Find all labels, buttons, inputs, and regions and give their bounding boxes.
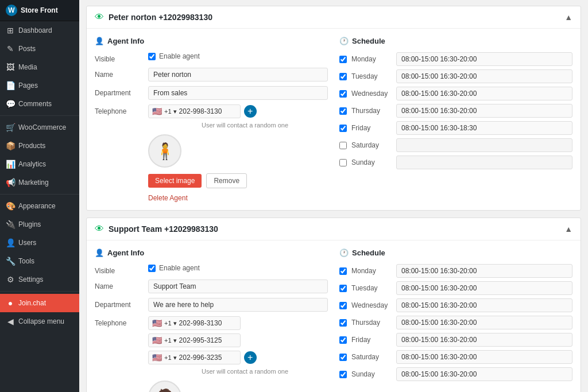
sidebar-item-plugins[interactable]: 🔌 Plugins — [0, 215, 79, 234]
sidebar-item-media[interactable]: 🖼 Media — [0, 58, 79, 76]
wednesday-label-support: Wednesday — [351, 301, 392, 309]
name-input-support[interactable] — [148, 280, 328, 293]
select-image-button-peter[interactable]: Select image — [148, 174, 202, 188]
sidebar-item-appearance[interactable]: 🎨 Appearance — [0, 197, 79, 215]
collapse-button-peter[interactable]: ▲ — [564, 13, 572, 22]
sidebar-item-users[interactable]: 👤 Users — [0, 234, 79, 252]
thursday-checkbox-peter[interactable] — [339, 107, 347, 115]
wednesday-time-support[interactable] — [396, 298, 572, 312]
tuesday-checkbox-peter[interactable] — [339, 73, 347, 80]
monday-time-support[interactable] — [396, 264, 572, 278]
tuesday-label-support: Tuesday — [351, 284, 392, 292]
plugins-icon: 🔌 — [6, 220, 15, 229]
wednesday-checkbox-peter[interactable] — [339, 90, 347, 98]
sidebar-divider-3 — [0, 291, 79, 292]
phone-number-1-peter[interactable] — [179, 107, 237, 115]
sidebar-label-marketing: Marketing — [18, 178, 49, 187]
wednesday-label-peter: Wednesday — [351, 90, 392, 98]
schedule-row-sunday-peter: Sunday — [339, 156, 572, 169]
sidebar-item-tools[interactable]: 🔧 Tools — [0, 252, 79, 270]
sunday-time-peter[interactable] — [396, 156, 572, 169]
random-note-support: User will contact a random one — [202, 368, 288, 375]
friday-checkbox-peter[interactable] — [339, 125, 347, 132]
analytics-icon: 📊 — [6, 160, 15, 169]
friday-time-peter[interactable] — [396, 121, 572, 135]
sidebar-label-settings: Settings — [18, 275, 43, 284]
sidebar-item-comments[interactable]: 💬 Comments — [0, 95, 79, 113]
wednesday-checkbox-support[interactable] — [339, 302, 347, 309]
sidebar-item-products[interactable]: 📦 Products — [0, 137, 79, 155]
sidebar-item-dashboard[interactable]: ⊞ Dashboard — [0, 21, 79, 40]
agent-card-support-team: 👁 Support Team +12029983130 ▲ 👤 Agent In… — [86, 218, 581, 392]
person-icon-support: 👤 — [95, 249, 104, 257]
thursday-time-peter[interactable] — [396, 104, 572, 118]
tuesday-checkbox-support[interactable] — [339, 285, 347, 292]
add-phone-button-peter[interactable]: + — [244, 105, 257, 118]
tuesday-time-support[interactable] — [396, 281, 572, 295]
thursday-time-support[interactable] — [396, 316, 572, 329]
sidebar-item-analytics[interactable]: 📊 Analytics — [0, 155, 79, 173]
monday-label-peter: Monday — [351, 55, 392, 63]
posts-icon: ✎ — [6, 44, 15, 53]
site-header: W Store Front — [0, 0, 79, 21]
phone-number-1-support[interactable] — [179, 319, 237, 327]
sidebar-item-collapse[interactable]: ◀ Collapse menu — [0, 312, 79, 331]
sunday-checkbox-peter[interactable] — [339, 159, 347, 166]
tuesday-time-peter[interactable] — [396, 69, 572, 83]
users-icon: 👤 — [6, 238, 15, 247]
sunday-checkbox-support[interactable] — [339, 371, 347, 378]
sidebar-item-woocommerce[interactable]: 🛒 WooCommerce — [0, 118, 79, 137]
friday-time-support[interactable] — [396, 333, 572, 347]
products-icon: 📦 — [6, 141, 15, 150]
main-content: 👁 Peter norton +12029983130 ▲ 👤 Agent In… — [79, 0, 588, 392]
remove-button-peter[interactable]: Remove — [206, 173, 247, 188]
country-code-2-support: +1 ▾ — [164, 337, 177, 344]
telephone-label-support: Telephone — [95, 316, 144, 327]
sidebar-label-media: Media — [18, 63, 37, 71]
saturday-checkbox-support[interactable] — [339, 354, 347, 361]
sidebar-divider-2 — [0, 194, 79, 195]
friday-checkbox-support[interactable] — [339, 336, 347, 344]
sidebar-item-marketing[interactable]: 📢 Marketing — [0, 173, 79, 192]
thursday-label-support: Thursday — [351, 319, 392, 327]
visible-label-support: Visible — [95, 264, 144, 275]
phone-number-2-support[interactable] — [179, 336, 237, 344]
monday-checkbox-support[interactable] — [339, 267, 347, 275]
phone-flag-input-1-support: 🇺🇸 +1 ▾ — [148, 316, 241, 330]
agent-avatar-peter: 🧍 — [148, 134, 181, 168]
schedule-row-monday-peter: Monday — [339, 52, 572, 66]
wednesday-time-peter[interactable] — [396, 87, 572, 100]
telephone-label-peter: Telephone — [95, 104, 144, 115]
thursday-checkbox-support[interactable] — [339, 319, 347, 327]
enable-agent-checkbox-support[interactable] — [148, 265, 156, 272]
collapse-button-support[interactable]: ▲ — [564, 224, 572, 234]
saturday-time-support[interactable] — [396, 350, 572, 364]
department-input-peter[interactable] — [148, 86, 328, 100]
sidebar-item-settings[interactable]: ⚙ Settings — [0, 270, 79, 289]
agent-card-header-support: 👁 Support Team +12029983130 ▲ — [87, 218, 581, 240]
saturday-checkbox-peter[interactable] — [339, 142, 347, 149]
delete-agent-link-peter[interactable]: Delete Agent — [148, 194, 188, 202]
saturday-time-peter[interactable] — [396, 138, 572, 152]
phone-fields-support: 🇺🇸 +1 ▾ 🇺🇸 +1 ▾ — [148, 316, 288, 375]
monday-checkbox-peter[interactable] — [339, 56, 347, 63]
department-input-support[interactable] — [148, 298, 328, 312]
agent-info-panel-peter: 👤 Agent Info Visible Enable agent Name D… — [95, 37, 328, 202]
phone-flag-input-3-support: 🇺🇸 +1 ▾ — [148, 351, 241, 364]
monday-time-peter[interactable] — [396, 52, 572, 66]
country-code-3-support: +1 ▾ — [164, 354, 177, 362]
enable-agent-checkbox-peter[interactable] — [148, 53, 156, 60]
schedule-row-tuesday-peter: Tuesday — [339, 69, 572, 83]
sunday-time-support[interactable] — [396, 367, 572, 381]
phone-number-3-support[interactable] — [179, 354, 237, 362]
add-phone-button-support[interactable]: + — [244, 351, 257, 364]
media-icon: 🖼 — [6, 63, 15, 72]
header-left-support: 👁 Support Team +12029983130 — [95, 224, 218, 234]
name-input-peter[interactable] — [148, 68, 328, 81]
schedule-row-saturday-peter: Saturday — [339, 138, 572, 152]
sidebar-item-joinchat[interactable]: ● Join.chat — [0, 294, 79, 312]
friday-label-support: Friday — [351, 336, 392, 344]
sidebar-item-pages[interactable]: 📄 Pages — [0, 76, 79, 95]
sidebar-item-posts[interactable]: ✎ Posts — [0, 40, 79, 58]
visible-label-peter: Visible — [95, 52, 144, 63]
